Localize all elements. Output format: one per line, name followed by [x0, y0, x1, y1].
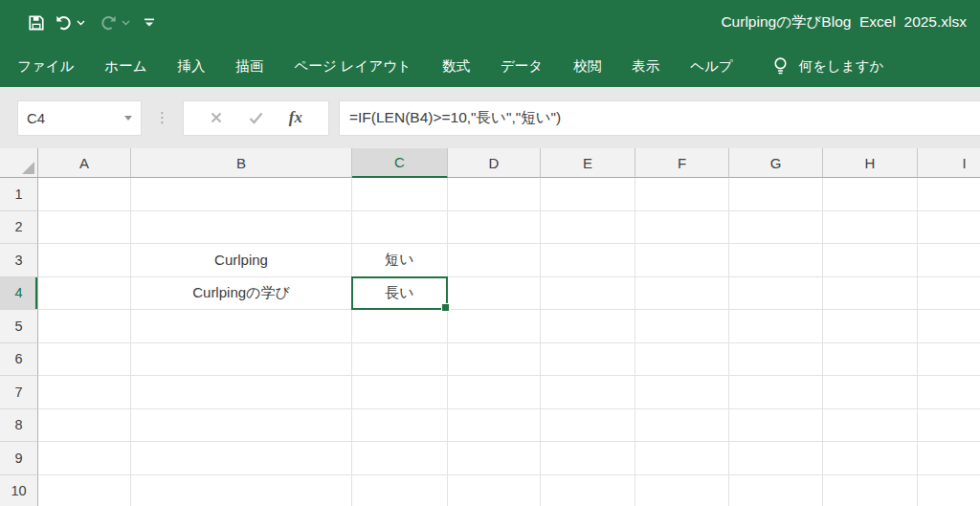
select-all-button[interactable] — [0, 148, 38, 178]
tab-file[interactable]: ファイル — [2, 45, 89, 87]
cell-I9[interactable] — [918, 442, 980, 475]
column-header-G[interactable]: G — [729, 148, 823, 178]
cell-B3[interactable]: Curlping — [131, 244, 352, 277]
cell-D4[interactable] — [448, 277, 541, 311]
row-header-1[interactable]: 1 — [0, 178, 38, 211]
cell-C4[interactable]: 長い — [352, 277, 448, 311]
column-header-H[interactable]: H — [823, 148, 918, 178]
tab-formulas[interactable]: 数式 — [427, 45, 485, 87]
row-header-8[interactable]: 8 — [0, 409, 38, 443]
name-box-resize-handle[interactable]: ⋮ — [155, 111, 169, 124]
cell-A9[interactable] — [38, 442, 131, 475]
cell-E8[interactable] — [541, 409, 635, 443]
name-box-dropdown-icon[interactable] — [124, 116, 132, 121]
row-header-9[interactable]: 9 — [0, 442, 38, 475]
cell-C1[interactable] — [352, 178, 448, 211]
cell-D10[interactable] — [448, 475, 541, 506]
tab-page-layout[interactable]: ページ レイアウト — [279, 45, 427, 87]
cell-H2[interactable] — [823, 211, 918, 245]
column-header-I[interactable]: I — [918, 148, 980, 178]
cell-H8[interactable] — [823, 409, 918, 443]
tab-insert[interactable]: 挿入 — [163, 45, 221, 87]
cell-F6[interactable] — [635, 343, 729, 377]
cell-D7[interactable] — [448, 376, 541, 409]
cell-G6[interactable] — [729, 343, 823, 377]
cell-A3[interactable] — [38, 244, 131, 277]
cell-H3[interactable] — [823, 244, 918, 277]
save-button[interactable] — [28, 14, 45, 32]
cell-C9[interactable] — [352, 442, 448, 475]
cell-D3[interactable] — [448, 244, 541, 277]
cell-C10[interactable] — [352, 475, 448, 506]
cancel-button[interactable] — [210, 111, 223, 124]
formula-input[interactable]: =IF(LEN(B4)>=10,"長い","短い") — [339, 100, 980, 136]
cell-D6[interactable] — [448, 343, 541, 377]
cell-B9[interactable] — [131, 442, 352, 475]
cell-H5[interactable] — [823, 310, 918, 343]
cell-D9[interactable] — [448, 442, 541, 475]
cell-C2[interactable] — [352, 211, 448, 245]
cell-F10[interactable] — [635, 475, 729, 506]
cell-E6[interactable] — [541, 343, 635, 377]
cell-B7[interactable] — [131, 376, 352, 409]
cell-F9[interactable] — [635, 442, 729, 475]
cell-I2[interactable] — [918, 211, 980, 245]
cell-H9[interactable] — [823, 442, 918, 475]
cell-E10[interactable] — [541, 475, 635, 506]
cell-B2[interactable] — [131, 211, 352, 245]
cell-G4[interactable] — [729, 277, 823, 311]
insert-function-button[interactable]: fx — [289, 108, 302, 127]
cell-H1[interactable] — [823, 178, 918, 211]
column-header-B[interactable]: B — [131, 148, 352, 178]
cell-I1[interactable] — [918, 178, 980, 211]
cell-B5[interactable] — [131, 310, 352, 343]
undo-dropdown-button[interactable] — [77, 20, 85, 26]
cell-C3[interactable]: 短い — [352, 244, 448, 277]
column-header-E[interactable]: E — [541, 148, 635, 178]
cell-F2[interactable] — [635, 211, 729, 245]
cell-G3[interactable] — [729, 244, 823, 277]
enter-button[interactable] — [249, 112, 263, 124]
cell-E1[interactable] — [541, 178, 635, 211]
cell-I10[interactable] — [918, 475, 980, 506]
cell-H7[interactable] — [823, 376, 918, 409]
cell-B8[interactable] — [131, 409, 352, 443]
cell-D1[interactable] — [448, 178, 541, 211]
cell-I4[interactable] — [918, 277, 980, 311]
cell-D8[interactable] — [448, 409, 541, 443]
cell-A1[interactable] — [38, 178, 131, 211]
column-header-C[interactable]: C — [352, 148, 448, 178]
cell-I5[interactable] — [918, 310, 980, 343]
row-header-10[interactable]: 10 — [0, 475, 38, 506]
cell-I6[interactable] — [918, 343, 980, 377]
cell-E4[interactable] — [541, 277, 635, 311]
row-header-2[interactable]: 2 — [0, 211, 38, 245]
cell-G8[interactable] — [729, 409, 823, 443]
redo-dropdown-button[interactable] — [122, 20, 130, 26]
redo-button[interactable] — [99, 14, 119, 32]
fill-handle[interactable] — [441, 303, 450, 312]
cell-E9[interactable] — [541, 442, 635, 475]
cell-I8[interactable] — [918, 409, 980, 443]
cell-F3[interactable] — [635, 244, 729, 277]
cell-F7[interactable] — [635, 376, 729, 409]
cell-F1[interactable] — [635, 178, 729, 211]
cell-C6[interactable] — [352, 343, 448, 377]
cell-C5[interactable] — [352, 310, 448, 343]
cell-B4[interactable]: Curlpingの学び — [131, 277, 352, 311]
tab-help[interactable]: ヘルプ — [675, 45, 748, 87]
row-header-3[interactable]: 3 — [0, 244, 38, 277]
tab-data[interactable]: データ — [485, 45, 558, 87]
undo-button[interactable] — [54, 14, 74, 32]
cell-E7[interactable] — [541, 376, 635, 409]
cell-F4[interactable] — [635, 277, 729, 311]
cell-F5[interactable] — [635, 310, 729, 343]
cell-G7[interactable] — [729, 376, 823, 409]
row-header-6[interactable]: 6 — [0, 343, 38, 377]
column-header-F[interactable]: F — [635, 148, 729, 178]
column-header-D[interactable]: D — [448, 148, 541, 178]
cell-H10[interactable] — [823, 475, 918, 506]
cell-G9[interactable] — [729, 442, 823, 475]
cell-A7[interactable] — [38, 376, 131, 409]
cell-G2[interactable] — [729, 211, 823, 245]
